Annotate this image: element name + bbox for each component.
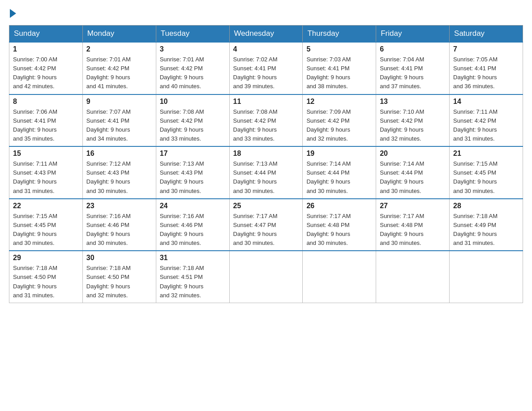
empty-cell [376,251,450,303]
day-number-31: 31 [160,254,226,262]
calendar-day-29: 29Sunrise: 7:18 AMSunset: 4:50 PMDayligh… [9,251,83,303]
header-monday: Monday [82,26,156,43]
day-number-26: 26 [306,202,372,210]
day-info-16: Sunrise: 7:12 AMSunset: 4:43 PMDaylight:… [86,159,152,196]
day-info-29: Sunrise: 7:18 AMSunset: 4:50 PMDaylight:… [13,264,79,300]
day-info-15: Sunrise: 7:11 AMSunset: 4:43 PMDaylight:… [13,159,79,196]
logo [9,9,17,18]
calendar-day-21: 21Sunrise: 7:15 AMSunset: 4:45 PMDayligh… [450,146,523,199]
page-header [9,9,523,18]
day-info-17: Sunrise: 7:13 AMSunset: 4:43 PMDaylight:… [160,159,226,196]
header-tuesday: Tuesday [156,26,229,43]
calendar-day-6: 6Sunrise: 7:04 AMSunset: 4:41 PMDaylight… [376,42,450,94]
header-wednesday: Wednesday [229,26,303,43]
calendar-day-26: 26Sunrise: 7:17 AMSunset: 4:48 PMDayligh… [303,199,376,251]
day-number-2: 2 [86,45,152,53]
day-info-25: Sunrise: 7:17 AMSunset: 4:47 PMDaylight:… [233,212,299,248]
day-info-20: Sunrise: 7:14 AMSunset: 4:44 PMDaylight:… [380,159,446,196]
day-number-1: 1 [13,45,79,53]
day-number-21: 21 [453,150,519,158]
day-number-9: 9 [86,98,152,106]
calendar-day-14: 14Sunrise: 7:11 AMSunset: 4:42 PMDayligh… [450,94,523,147]
calendar-day-12: 12Sunrise: 7:09 AMSunset: 4:42 PMDayligh… [303,94,376,147]
day-number-6: 6 [380,45,446,53]
empty-cell [303,251,376,303]
calendar-day-23: 23Sunrise: 7:16 AMSunset: 4:46 PMDayligh… [82,199,156,251]
day-number-17: 17 [160,150,226,158]
calendar-day-20: 20Sunrise: 7:14 AMSunset: 4:44 PMDayligh… [376,146,450,199]
calendar-day-4: 4Sunrise: 7:02 AMSunset: 4:41 PMDaylight… [229,42,303,94]
day-number-8: 8 [13,98,79,106]
day-info-19: Sunrise: 7:14 AMSunset: 4:44 PMDaylight:… [306,159,372,196]
calendar-day-22: 22Sunrise: 7:15 AMSunset: 4:45 PMDayligh… [9,199,83,251]
calendar-day-2: 2Sunrise: 7:01 AMSunset: 4:42 PMDaylight… [82,42,156,94]
calendar-day-19: 19Sunrise: 7:14 AMSunset: 4:44 PMDayligh… [303,146,376,199]
header-friday: Friday [376,26,450,43]
calendar-day-17: 17Sunrise: 7:13 AMSunset: 4:43 PMDayligh… [156,146,229,199]
day-number-22: 22 [13,202,79,210]
day-number-4: 4 [233,45,299,53]
day-info-5: Sunrise: 7:03 AMSunset: 4:41 PMDaylight:… [306,55,372,91]
day-number-30: 30 [86,254,152,262]
day-number-11: 11 [233,98,299,106]
day-number-16: 16 [86,150,152,158]
day-info-23: Sunrise: 7:16 AMSunset: 4:46 PMDaylight:… [86,212,152,248]
calendar-day-13: 13Sunrise: 7:10 AMSunset: 4:42 PMDayligh… [376,94,450,147]
day-info-22: Sunrise: 7:15 AMSunset: 4:45 PMDaylight:… [13,212,79,248]
calendar-day-27: 27Sunrise: 7:17 AMSunset: 4:48 PMDayligh… [376,199,450,251]
week-row-5: 29Sunrise: 7:18 AMSunset: 4:50 PMDayligh… [9,251,523,303]
calendar-day-11: 11Sunrise: 7:08 AMSunset: 4:42 PMDayligh… [229,94,303,147]
day-info-9: Sunrise: 7:07 AMSunset: 4:41 PMDaylight:… [86,107,152,144]
day-number-7: 7 [453,45,519,53]
day-number-12: 12 [306,98,372,106]
calendar-day-16: 16Sunrise: 7:12 AMSunset: 4:43 PMDayligh… [82,146,156,199]
day-info-10: Sunrise: 7:08 AMSunset: 4:42 PMDaylight:… [160,107,226,144]
empty-cell [450,251,523,303]
day-info-6: Sunrise: 7:04 AMSunset: 4:41 PMDaylight:… [380,55,446,91]
header-saturday: Saturday [450,26,523,43]
day-info-31: Sunrise: 7:18 AMSunset: 4:51 PMDaylight:… [160,264,226,300]
day-info-27: Sunrise: 7:17 AMSunset: 4:48 PMDaylight:… [380,212,446,248]
calendar-table: SundayMondayTuesdayWednesdayThursdayFrid… [9,25,523,303]
day-number-29: 29 [13,254,79,262]
calendar-day-7: 7Sunrise: 7:05 AMSunset: 4:41 PMDaylight… [450,42,523,94]
day-info-21: Sunrise: 7:15 AMSunset: 4:45 PMDaylight:… [453,159,519,196]
day-info-18: Sunrise: 7:13 AMSunset: 4:44 PMDaylight:… [233,159,299,196]
day-info-13: Sunrise: 7:10 AMSunset: 4:42 PMDaylight:… [380,107,446,144]
day-number-19: 19 [306,150,372,158]
day-info-14: Sunrise: 7:11 AMSunset: 4:42 PMDaylight:… [453,107,519,144]
day-number-18: 18 [233,150,299,158]
day-info-30: Sunrise: 7:18 AMSunset: 4:50 PMDaylight:… [86,264,152,300]
calendar-day-30: 30Sunrise: 7:18 AMSunset: 4:50 PMDayligh… [82,251,156,303]
calendar-day-5: 5Sunrise: 7:03 AMSunset: 4:41 PMDaylight… [303,42,376,94]
calendar-day-24: 24Sunrise: 7:16 AMSunset: 4:46 PMDayligh… [156,199,229,251]
day-number-5: 5 [306,45,372,53]
calendar-day-9: 9Sunrise: 7:07 AMSunset: 4:41 PMDaylight… [82,94,156,147]
calendar-day-1: 1Sunrise: 7:00 AMSunset: 4:42 PMDaylight… [9,42,83,94]
day-number-3: 3 [160,45,226,53]
day-number-23: 23 [86,202,152,210]
week-row-4: 22Sunrise: 7:15 AMSunset: 4:45 PMDayligh… [9,199,523,251]
day-info-4: Sunrise: 7:02 AMSunset: 4:41 PMDaylight:… [233,55,299,91]
empty-cell [229,251,303,303]
day-info-8: Sunrise: 7:06 AMSunset: 4:41 PMDaylight:… [13,107,79,144]
calendar-header-row: SundayMondayTuesdayWednesdayThursdayFrid… [9,26,523,43]
day-number-15: 15 [13,150,79,158]
calendar-day-15: 15Sunrise: 7:11 AMSunset: 4:43 PMDayligh… [9,146,83,199]
day-info-2: Sunrise: 7:01 AMSunset: 4:42 PMDaylight:… [86,55,152,91]
day-number-24: 24 [160,202,226,210]
calendar-day-10: 10Sunrise: 7:08 AMSunset: 4:42 PMDayligh… [156,94,229,147]
day-info-3: Sunrise: 7:01 AMSunset: 4:42 PMDaylight:… [160,55,226,91]
calendar-day-25: 25Sunrise: 7:17 AMSunset: 4:47 PMDayligh… [229,199,303,251]
day-info-24: Sunrise: 7:16 AMSunset: 4:46 PMDaylight:… [160,212,226,248]
day-number-13: 13 [380,98,446,106]
header-sunday: Sunday [9,26,83,43]
calendar-day-18: 18Sunrise: 7:13 AMSunset: 4:44 PMDayligh… [229,146,303,199]
day-info-7: Sunrise: 7:05 AMSunset: 4:41 PMDaylight:… [453,55,519,91]
calendar-day-28: 28Sunrise: 7:18 AMSunset: 4:49 PMDayligh… [450,199,523,251]
logo-arrow-icon [10,9,16,18]
day-number-14: 14 [453,98,519,106]
day-info-28: Sunrise: 7:18 AMSunset: 4:49 PMDaylight:… [453,212,519,248]
week-row-1: 1Sunrise: 7:00 AMSunset: 4:42 PMDaylight… [9,42,523,94]
day-info-26: Sunrise: 7:17 AMSunset: 4:48 PMDaylight:… [306,212,372,248]
